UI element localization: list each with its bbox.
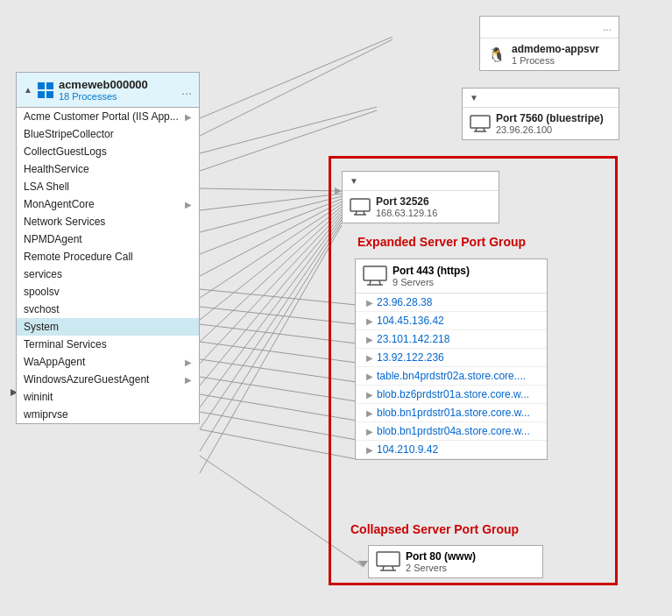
process-arrow: ▶ [185,112,192,122]
svg-marker-29 [357,561,368,567]
server-item[interactable]: ▶table.bn4prdstr02a.store.core.... [356,367,547,386]
port32526-panel: ▼ Port 32526 168.63.129.16 [342,171,499,223]
svg-rect-32 [470,116,490,128]
port443-info: Port 443 (https) 9 Servers [393,265,470,287]
svg-line-24 [200,377,357,401]
server-item[interactable]: ▶blob.bz6prdstr01a.store.core.w... [356,386,547,404]
monitor-icon [470,115,491,132]
svg-line-21 [200,324,357,343]
process-name: services [24,268,62,280]
port443-title: Port 443 (https) [393,265,470,277]
port443-group: Port 443 (https) 9 Servers ▶23.96.28.38▶… [355,258,548,460]
process-item[interactable]: wmiprvse [17,406,199,423]
process-item[interactable]: CollectGuestLogs [17,143,199,160]
process-name: MonAgentCore [24,198,95,210]
port32526-subtitle: 168.63.129.16 [376,208,437,218]
process-item[interactable]: MonAgentCore▶ [17,195,199,213]
process-item[interactable]: NPMDAgent [17,230,199,248]
admdemo-subtitle: 1 Process [512,55,599,66]
port7560-panel: ▼ Port 7560 (bluestripe) 23.96.26.100 [462,88,619,140]
process-name: CollectGuestLogs [24,145,107,158]
arrow-icon: ▶ [366,298,373,308]
server-address: 23.96.28.38 [377,296,432,308]
arrow-icon: ▶ [366,353,373,363]
svg-line-16 [200,223,342,451]
process-item[interactable]: WindowsAzureGuestAgent▶ [17,371,199,388]
svg-rect-36 [350,199,370,211]
monitor-icon-443 [363,266,387,287]
process-item[interactable]: HealthService [17,160,199,178]
svg-rect-44 [377,552,400,566]
process-name: Acme Customer Portal (IIS App... [24,110,179,123]
process-item[interactable]: services [17,266,199,283]
expand-arrow-32526[interactable]: ▼ [350,176,358,186]
menu-icon[interactable]: ... [603,21,612,33]
process-item[interactable]: Network Services [17,213,199,230]
process-item[interactable]: svchost [17,301,199,318]
process-item[interactable]: wininit [17,388,199,406]
server-address: 13.92.122.236 [377,351,444,364]
process-item[interactable]: spoolsv [17,283,199,301]
process-name: LSA Shell [24,181,69,193]
svg-line-1 [200,39,393,136]
svg-line-26 [200,412,357,440]
port80-info: Port 80 (www) 2 Servers [406,550,476,573]
process-item[interactable]: Acme Customer Portal (IIS App...▶ [17,108,199,125]
svg-line-6 [200,196,342,232]
server-item[interactable]: ▶104.45.136.42 [356,312,547,330]
svg-line-23 [200,359,357,382]
expand-arrow[interactable]: ▼ [470,93,478,103]
port32526-title: Port 32526 [376,195,437,208]
arrow-icon: ▶ [366,427,373,436]
server-item[interactable]: ▶23.96.28.38 [356,294,547,312]
process-name: HealthService [24,163,89,175]
server-item[interactable]: ▶104.210.9.42 [356,441,547,459]
port7560-info: Port 7560 (bluestripe) 23.96.26.100 [496,112,604,135]
process-item[interactable]: BlueStripeCollector [17,125,199,143]
arrow-icon: ▶ [366,316,373,326]
server-list: ▶23.96.28.38▶104.45.136.42▶23.101.142.21… [356,293,547,459]
process-item[interactable]: Terminal Services [17,336,199,353]
process-name: WindowsAzureGuestAgent [24,373,149,386]
process-name: System [24,321,59,333]
svg-line-10 [200,207,342,320]
port80-group: Port 80 (www) 2 Servers [368,545,543,578]
svg-line-12 [200,212,342,364]
process-item[interactable]: Remote Procedure Call [17,248,199,266]
process-item[interactable]: System [17,318,199,336]
server-item[interactable]: ▶23.101.142.218 [356,330,547,349]
process-item[interactable]: WaAppAgent▶ [17,353,199,371]
panel-menu-button[interactable]: ... [181,83,192,97]
process-arrow: ▶ [185,200,192,209]
port443-header: Port 443 (https) 9 Servers [356,259,547,293]
admdemo-title: admdemo-appsvr [512,43,599,55]
arrow-icon: ▶ [366,390,373,400]
svg-line-22 [200,342,357,363]
svg-line-25 [200,394,357,421]
server-item[interactable]: ▶13.92.122.236 [356,349,547,367]
process-name: Network Services [24,216,105,228]
svg-line-14 [200,217,342,407]
collapse-icon[interactable]: ▲ [24,85,32,95]
process-item[interactable]: LSA Shell [17,178,199,195]
svg-line-5 [200,194,342,210]
admdemo-info: admdemo-appsvr 1 Process [512,43,599,66]
svg-line-20 [200,307,357,324]
svg-line-15 [200,220,342,429]
panel-title-group: acmeweb000000 18 Processes [59,78,148,102]
process-name: spoolsv [24,286,60,298]
server-item[interactable]: ▶blob.bn1prdstr01a.store.core.w... [356,404,547,422]
arrow-icon: ▶ [366,408,373,418]
admdemo-appsvr-panel: ... 🐧 admdemo-appsvr 1 Process [479,16,619,71]
svg-line-0 [200,37,393,118]
server-item[interactable]: ▶blob.bn1prdstr04a.store.core.w... [356,422,547,441]
port7560-title: Port 7560 (bluestripe) [496,112,604,124]
process-name: Terminal Services [24,338,107,350]
svg-line-13 [200,215,342,386]
process-name: svchost [24,303,60,315]
svg-line-2 [200,107,377,153]
process-name: wmiprvse [24,408,68,421]
svg-rect-40 [364,266,386,280]
port80-count: 2 Servers [406,563,476,573]
port32526-info: Port 32526 168.63.129.16 [376,195,437,218]
